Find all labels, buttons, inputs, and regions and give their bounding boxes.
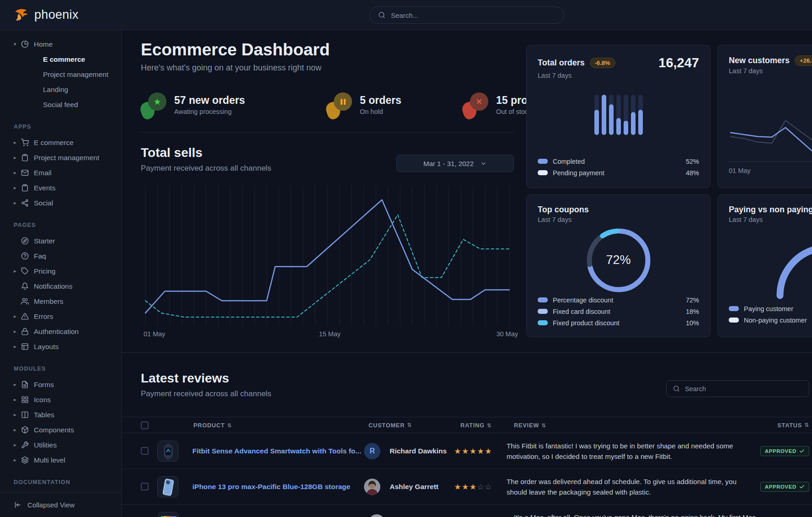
compass-icon — [21, 237, 34, 245]
sidebar-item-tables[interactable]: ▸ Tables — [14, 407, 118, 422]
legend-value: 10% — [686, 319, 699, 327]
sidebar-item-forms[interactable]: ▸ Forms — [14, 377, 118, 392]
card-title: New customers — [729, 56, 790, 65]
sidebar-item-project-management[interactable]: Project management — [14, 67, 118, 82]
clipboard-icon — [21, 184, 29, 192]
column-header-product[interactable]: PRODUCT⇅ — [193, 422, 369, 429]
column-header-status[interactable]: STATUS⇅ — [773, 422, 809, 429]
sidebar-item-members[interactable]: Members — [14, 294, 118, 309]
share-icon — [21, 199, 34, 207]
brand-logo[interactable]: phoenix — [0, 7, 79, 23]
sidebar-item-starter[interactable]: Starter — [14, 233, 118, 248]
date-range-select[interactable]: Mar 1 - 31, 2022 — [396, 155, 514, 172]
trend-badge: -6.8% — [590, 58, 615, 68]
sidebar-item-label: Landing — [43, 86, 68, 94]
x-axis-label: 01 May — [729, 167, 751, 174]
users-icon — [21, 297, 29, 305]
table-row: ★★★★★ It's a Mac, after all. Once you've… — [122, 505, 812, 517]
product-image[interactable] — [158, 512, 179, 517]
sidebar-item-label: Components — [34, 426, 74, 434]
sidebar-item-label: E commerce — [43, 55, 85, 64]
table-row: Fitbit Sense Advanced Smartwatch with To… — [122, 433, 812, 469]
column-header-rating[interactable]: RATING⇅ — [460, 422, 514, 429]
collapse-view-button[interactable]: Collapsed View — [0, 492, 121, 517]
bar — [631, 95, 636, 135]
row-checkbox[interactable] — [141, 447, 149, 455]
sidebar-item-label: Project management — [34, 154, 99, 162]
card-period: Last 7 days — [527, 215, 710, 223]
search-icon — [673, 385, 680, 392]
check-icon — [799, 448, 805, 454]
caret-right-icon: ▸ — [14, 427, 21, 433]
sidebar-item-home[interactable]: ▾ Home — [14, 37, 118, 52]
reviews-table: PRODUCT⇅ CUSTOMER⇅ RATING⇅ REVIEW⇅ STATU… — [122, 417, 812, 517]
product-link[interactable]: iPhone 13 pro max-Pacific Blue-128GB sto… — [192, 483, 350, 490]
legend-item: Non-paying customer — [729, 314, 812, 326]
sidebar-item-errors[interactable]: ▸ Errors — [14, 309, 118, 324]
sidebar-item-label: Utilities — [34, 441, 57, 449]
collapse-icon — [14, 501, 21, 509]
legend-label: Non-paying customer — [744, 317, 807, 324]
select-all-checkbox[interactable] — [141, 421, 149, 429]
sidebar-item-icons[interactable]: ▸ Icons — [14, 392, 118, 407]
chevron-down-icon — [480, 160, 487, 167]
sidebar-item-notifications[interactable]: Notifications — [14, 279, 118, 294]
package-icon — [21, 426, 34, 434]
bar — [602, 95, 606, 135]
sidebar-item-authentication[interactable]: ▸ Authentication — [14, 324, 118, 339]
sidebar-item-email[interactable]: ▸ Email — [14, 165, 118, 180]
sidebar-section-documentation: DOCUMENTATION — [14, 479, 118, 485]
sidebar-item-social-feed[interactable]: Social feed — [14, 97, 118, 112]
column-header-customer[interactable]: CUSTOMER⇅ — [369, 422, 460, 429]
bar — [609, 95, 614, 135]
caret-right-icon: ▸ — [14, 200, 21, 206]
legend-swatch — [538, 297, 548, 302]
sidebar-item-utilities[interactable]: ▸ Utilities — [14, 437, 118, 452]
global-search[interactable] — [369, 6, 564, 24]
legend-label: Paying customer — [744, 305, 793, 312]
page-subtitle: Here's what's going on at your business … — [141, 63, 321, 73]
row-checkbox[interactable] — [141, 483, 149, 490]
sidebar-item-label: Events — [34, 184, 55, 192]
sidebar-item-e-commerce[interactable]: E commerce — [14, 52, 118, 67]
sidebar-item-events[interactable]: ▸ Events — [14, 180, 118, 195]
product-image[interactable] — [157, 476, 178, 497]
total-sells-subtitle: Payment received across all channels — [141, 164, 271, 173]
sidebar-item-label: Social — [34, 199, 53, 207]
sidebar-item-components[interactable]: ▸ Components — [14, 422, 118, 437]
sidebar-item-e-commerce[interactable]: ▸ E commerce — [14, 135, 118, 150]
search-icon — [378, 11, 385, 19]
sidebar-item-multi-level[interactable]: ▸ Multi level — [14, 452, 118, 468]
bar — [624, 95, 628, 135]
legend-swatch — [538, 159, 548, 164]
reviews-search-input[interactable] — [685, 385, 802, 393]
sidebar-item-pricing[interactable]: ▸ Pricing — [14, 264, 118, 279]
legend-item: Paying customer — [729, 303, 812, 314]
sidebar-item-label: Social feed — [43, 101, 78, 109]
sidebar-item-social[interactable]: ▸ Social — [14, 195, 118, 210]
sort-icon: ⇅ — [804, 422, 809, 429]
sidebar-item-layouts[interactable]: ▸ Layouts — [14, 339, 118, 354]
sidebar-item-faq[interactable]: Faq — [14, 248, 118, 264]
sidebar-item-landing[interactable]: Landing — [14, 82, 118, 97]
sidebar-item-label: Tables — [34, 411, 54, 419]
search-icon — [673, 385, 680, 392]
caret-right-icon: ▸ — [14, 140, 21, 145]
sidebar-item-project-management[interactable]: ▸ Project management — [14, 150, 118, 165]
paying-vs-non-paying-card: Paying vs non paying Last 7 days Paying … — [717, 194, 812, 337]
product-image[interactable] — [157, 441, 178, 462]
column-header-review[interactable]: REVIEW⇅ — [514, 422, 773, 429]
customer-name: Richard Dawkins — [390, 447, 447, 455]
legend-label: Fixed card discount — [553, 308, 610, 315]
new-customers-card: New customers +26.5% Last 7 days 01 May — [717, 45, 812, 188]
legend-item: Pending payment 48% — [538, 167, 699, 178]
x-axis-label: 30 May — [496, 330, 518, 338]
global-search-input[interactable] — [391, 11, 556, 19]
avatar — [369, 514, 385, 517]
product-link[interactable]: Fitbit Sense Advanced Smartwatch with To… — [192, 447, 361, 455]
stat-value: 57 new orders — [174, 94, 245, 107]
reviews-search[interactable] — [666, 380, 809, 397]
chevron-down-icon — [480, 160, 487, 167]
tag-icon — [21, 267, 34, 275]
layout-icon — [21, 343, 29, 350]
